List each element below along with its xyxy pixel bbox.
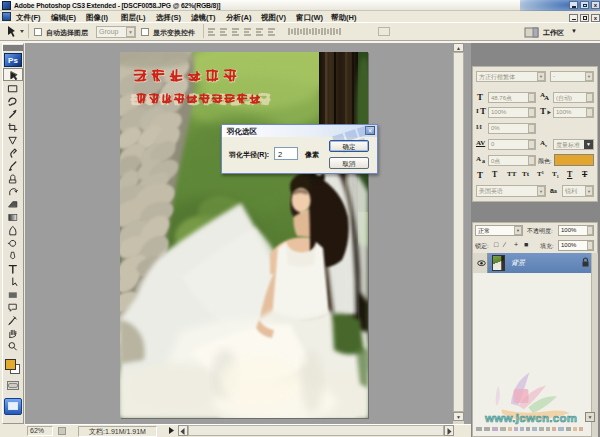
svg-text:www.jcwcn.com: www.jcwcn.com (484, 412, 577, 424)
